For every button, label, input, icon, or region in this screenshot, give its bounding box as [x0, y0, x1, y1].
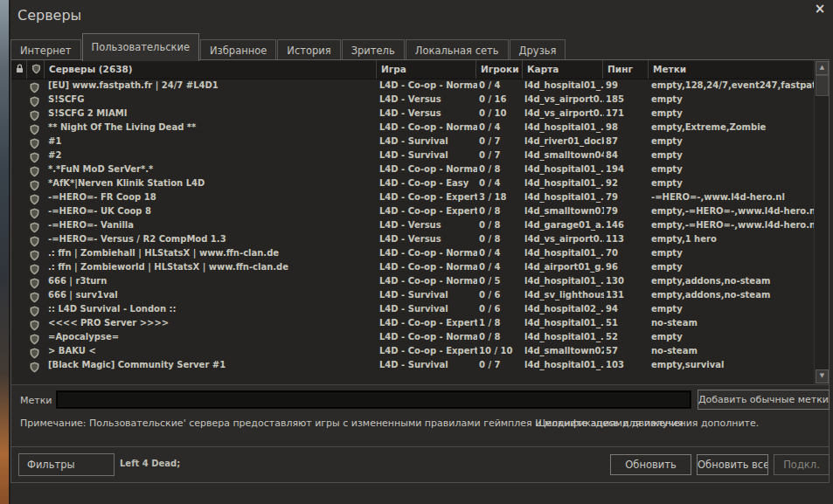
- server-players: 0 / 8: [479, 164, 523, 176]
- server-name: *.*FuN MoD SerVer*.*: [48, 164, 377, 176]
- server-players: 0 / 7: [479, 136, 523, 148]
- server-row[interactable]: -=HERO=- Versus / R2 CompMod 1.3 L4D - V…: [11, 232, 829, 246]
- filters-button[interactable]: Фильтры: [18, 453, 115, 476]
- vac-shield-icon: [29, 164, 40, 176]
- server-tags: empty,addons,no-steam: [651, 290, 816, 301]
- server-game: L4D - Versus: [379, 108, 477, 120]
- active-filter-text: Left 4 Dead;: [120, 459, 180, 468]
- server-tags: empty: [651, 136, 816, 148]
- vac-shield-icon: [29, 248, 40, 259]
- server-name: <<<< PRO Server >>>>: [48, 318, 377, 329]
- server-row[interactable]: 666 | surv1val L4D - Survival 0 / 6 l4d_…: [11, 288, 829, 302]
- connect-button[interactable]: Подкл.: [774, 454, 830, 475]
- server-row[interactable]: #1 L4D - Survival 0 / 7 l4d_river01_dock…: [11, 135, 829, 148]
- column-header-players[interactable]: Игроки: [476, 60, 522, 79]
- close-icon[interactable]: ×: [812, 1, 828, 17]
- server-row[interactable]: <<<< PRO Server >>>> L4D - Co-op - Exper…: [11, 316, 829, 330]
- server-players: 0 / 4: [479, 248, 523, 259]
- server-ping: 79: [606, 192, 649, 204]
- tab-2[interactable]: Пользовательские: [82, 33, 200, 61]
- scrollbar[interactable]: ▲ ▼: [814, 60, 829, 384]
- server-map: l4d_hospital01_...: [524, 248, 604, 259]
- vac-shield-icon: [29, 318, 40, 329]
- server-map: l4d_hospital02_...: [524, 304, 604, 315]
- tags-input[interactable]: [56, 390, 691, 409]
- column-header-tags[interactable]: Метки: [648, 60, 816, 79]
- column-header-game[interactable]: Игра: [376, 60, 476, 79]
- server-row[interactable]: S!SCFG 2 MIAMI L4D - Versus 0 / 10 l4d_v…: [11, 107, 829, 121]
- server-ping: 94: [606, 304, 649, 315]
- server-row[interactable]: -=HERO=- FR Coop 18 L4D - Co-op - Expert…: [11, 190, 829, 204]
- vac-shield-icon: [29, 220, 40, 231]
- server-row[interactable]: =Apocalypse= L4D - Co-op - Normal 0 / 8 …: [11, 330, 829, 344]
- server-row[interactable]: S!SCFG L4D - Versus 0 / 16 l4d_vs_airpor…: [11, 93, 829, 107]
- server-map: l4d_hospital01_...: [524, 276, 604, 287]
- scroll-thumb[interactable]: [816, 75, 829, 96]
- tab-6[interactable]: Локальная сеть: [406, 39, 509, 61]
- server-row[interactable]: [Black Magic] Community Server #1 L4D - …: [11, 358, 829, 372]
- server-row[interactable]: 666 | r3turn L4D - Co-op - Normal 0 / 5 …: [11, 274, 829, 288]
- add-common-tags-button[interactable]: Добавить обычные метки.: [698, 390, 830, 410]
- server-ping: 194: [606, 164, 649, 176]
- server-row[interactable]: .: ffn | Zombieworld | HLStatsX | www.ff…: [11, 260, 829, 274]
- vac-shield-icon: [29, 206, 40, 217]
- server-table: Серверы (2638) Игра Игроки Карта Пинг Ме…: [11, 60, 829, 385]
- server-players: 0 / 6: [479, 290, 523, 301]
- vac-shield-icon: [29, 94, 40, 106]
- server-ping: 84: [606, 150, 649, 162]
- vac-shield-icon: [29, 80, 40, 92]
- server-row[interactable]: -=HERO=- UK Coop 8 L4D - Co-op - Expert …: [11, 204, 829, 218]
- tab-3[interactable]: Избранное: [200, 39, 276, 61]
- server-players: 10 / 10: [479, 346, 523, 357]
- note-part1: Примечание: Пользовательские' сервера пр…: [20, 418, 535, 429]
- column-header-map[interactable]: Карта: [522, 60, 602, 79]
- server-map: l4d_vs_airport0...: [524, 108, 604, 120]
- refresh-button[interactable]: Обновить: [610, 454, 691, 475]
- shield-column-header[interactable]: [26, 60, 44, 79]
- tab-sheet: Серверы (2638) Игра Игроки Карта Пинг Ме…: [10, 59, 830, 483]
- server-row[interactable]: #2 L4D - Survival 0 / 7 l4d_smalltown04.…: [11, 148, 829, 162]
- server-game: L4D - Survival: [379, 290, 477, 301]
- tab-1[interactable]: Интернет: [10, 39, 81, 61]
- server-name: -=HERO=- Vanilla: [48, 220, 377, 231]
- server-name: > BAKU <: [48, 346, 377, 357]
- server-row[interactable]: *.*FuN MoD SerVer*.* L4D - Co-op - Norma…: [11, 162, 829, 176]
- tab-4[interactable]: История: [277, 39, 340, 61]
- server-name: .: ffn | Zombiehall | HLStatsX | www.ffn…: [48, 248, 377, 259]
- server-ping: 79: [606, 206, 649, 217]
- server-map: l4d_hospital01_...: [524, 318, 604, 329]
- vac-shield-icon: [29, 332, 40, 343]
- server-row[interactable]: -=HERO=- Vanilla L4D - Versus 0 / 8 l4d_…: [11, 218, 829, 232]
- window-title: Серверы: [17, 7, 81, 24]
- server-game: L4D - Survival: [379, 304, 477, 315]
- server-name: S!SCFG 2 MIAMI: [48, 108, 377, 120]
- server-name: ** Night Of The Living Dead **: [48, 122, 377, 134]
- server-game: L4D - Co-op - Expert: [379, 346, 477, 357]
- server-players: 0 / 10: [479, 108, 523, 120]
- note-text: Примечание: Пользовательские' сервера пр…: [20, 418, 820, 430]
- note-overlap: и модификациями движенияЩелкните здесь д…: [535, 418, 698, 429]
- server-row[interactable]: [EU] www.fastpath.fr | 24/7 #L4D1 L4D - …: [11, 79, 829, 93]
- lock-column-header[interactable]: [11, 60, 26, 79]
- server-name: #2: [48, 150, 377, 162]
- refresh-all-button[interactable]: Обновить все: [697, 454, 768, 475]
- scroll-up-button[interactable]: ▲: [816, 61, 829, 75]
- column-header-ping[interactable]: Пинг: [602, 60, 648, 79]
- server-map: l4d_smalltown02...: [524, 346, 604, 357]
- server-row[interactable]: .: ffn | Zombiehall | HLStatsX | www.ffn…: [11, 246, 829, 260]
- server-players: 0 / 4: [479, 178, 523, 190]
- server-row[interactable]: :: L4D Survival - London :: L4D - Surviv…: [11, 302, 829, 316]
- scroll-down-button[interactable]: ▼: [816, 369, 829, 383]
- server-ping: 185: [606, 94, 649, 106]
- lock-icon: [16, 64, 24, 73]
- tab-5[interactable]: Зритель: [342, 39, 405, 61]
- server-row[interactable]: > BAKU < L4D - Co-op - Expert 10 / 10 l4…: [11, 344, 829, 358]
- server-game: L4D - Co-op - Easy: [379, 178, 477, 190]
- vac-shield-icon: [29, 304, 40, 315]
- column-header-servers[interactable]: Серверы (2638): [44, 60, 376, 79]
- server-row[interactable]: ** Night Of The Living Dead ** L4D - Co-…: [11, 121, 829, 135]
- server-row[interactable]: *AfK*|Nerven Klinik Station L4D L4D - Co…: [11, 176, 829, 190]
- tab-7[interactable]: Друзья: [510, 39, 566, 61]
- server-map: l4d_river01_docks: [524, 136, 604, 148]
- server-name: *AfK*|Nerven Klinik Station L4D: [48, 178, 377, 190]
